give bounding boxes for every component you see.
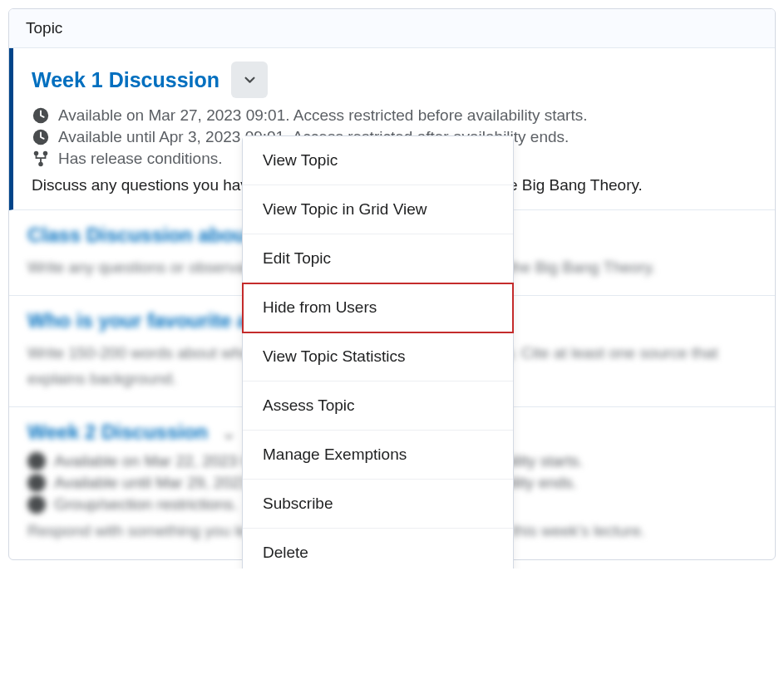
topic-actions-menu: View TopicView Topic in Grid ViewEdit To…: [242, 135, 514, 569]
clock-icon: [27, 452, 46, 470]
release-conditions-text: Has release conditions.: [58, 150, 223, 168]
availability-start-text: Available on Mar 27, 2023 09:01. Access …: [58, 106, 588, 125]
menu-item-delete[interactable]: Delete: [243, 529, 513, 569]
chevron-down-icon: [243, 73, 257, 87]
availability-start-line: Available on Mar 27, 2023 09:01. Access …: [32, 106, 757, 125]
clock-icon: [32, 106, 50, 125]
clock-icon: [32, 128, 50, 146]
group-restrictions-text: Group/section restrictions.: [54, 495, 238, 514]
menu-item-edit-topic[interactable]: Edit Topic: [243, 234, 513, 283]
menu-item-view-topic-statistics[interactable]: View Topic Statistics: [243, 332, 513, 381]
topic-actions-button[interactable]: [231, 62, 268, 98]
panel-header: Topic: [9, 9, 775, 48]
menu-item-manage-exemptions[interactable]: Manage Exemptions: [243, 431, 513, 480]
group-icon: [27, 495, 46, 514]
topic-title-link[interactable]: Week 1 Discussion: [32, 68, 219, 92]
menu-item-view-topic-in-grid-view[interactable]: View Topic in Grid View: [243, 185, 513, 234]
panel-header-label: Topic: [26, 19, 62, 37]
chevron-down-icon: ⌄: [221, 422, 236, 444]
clock-icon: [27, 474, 46, 492]
menu-item-subscribe[interactable]: Subscribe: [243, 480, 513, 529]
menu-item-hide-from-users[interactable]: Hide from Users: [243, 283, 513, 332]
menu-item-assess-topic[interactable]: Assess Topic: [243, 381, 513, 431]
release-conditions-icon: [32, 150, 50, 168]
menu-item-view-topic[interactable]: View Topic: [243, 136, 513, 185]
topic-title-link[interactable]: Week 2 Discussion: [27, 421, 208, 443]
topic-title-row: Week 1 Discussion: [32, 62, 757, 98]
discussions-panel-wrapper: Topic Week 1 Discussion Available on Mar…: [8, 8, 776, 560]
